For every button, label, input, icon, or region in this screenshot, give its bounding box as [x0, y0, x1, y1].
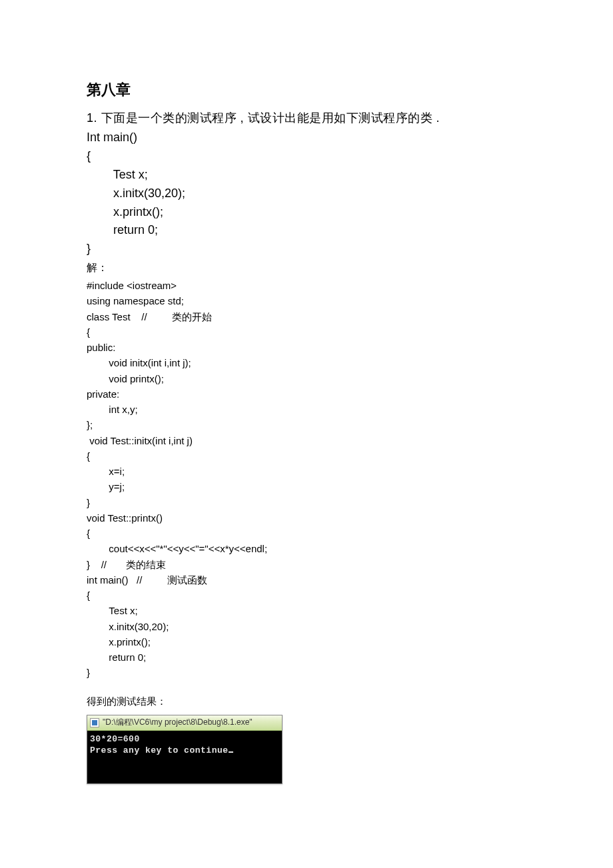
document-page: 第八章 1. 下面是一个类的测试程序 , 试设计出能是用如下测试程序的类 . I…: [0, 0, 613, 851]
console-output: 30*20=600 Press any key to continue: [87, 731, 282, 783]
console-line-2: Press any key to continue: [90, 745, 229, 755]
console-app-icon: [90, 718, 99, 727]
console-titlebar: "D:\编程\VC6\my project\8\Debug\8.1.exe": [87, 715, 282, 731]
solution-code: #include <iostream> using namespace std;…: [87, 278, 526, 681]
console-cursor: [229, 751, 233, 753]
main-code-sample: Int main() { Test x; x.initx(30,20); x.p…: [87, 129, 526, 258]
problem-statement: 1. 下面是一个类的测试程序 , 试设计出能是用如下测试程序的类 .: [87, 109, 526, 127]
chapter-title: 第八章: [87, 80, 526, 100]
console-title-text: "D:\编程\VC6\my project\8\Debug\8.1.exe": [103, 717, 253, 728]
console-line-1: 30*20=600: [90, 734, 140, 744]
solution-label: 解：: [87, 261, 526, 275]
console-window: "D:\编程\VC6\my project\8\Debug\8.1.exe" 3…: [87, 715, 283, 784]
result-label: 得到的测试结果：: [87, 695, 526, 708]
